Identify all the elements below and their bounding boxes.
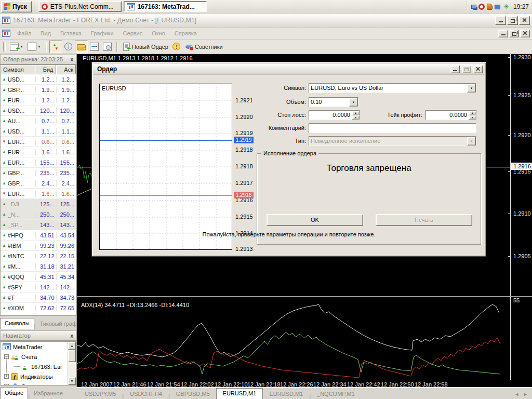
menu-справка[interactable]: Справка [170, 29, 202, 37]
market-watch-row[interactable]: ▲#IBM99.2399.26 [1, 241, 76, 251]
expand-icon[interactable]: + [4, 384, 9, 385]
column-ask[interactable]: Аск [56, 65, 76, 74]
spin-up-icon[interactable]: ▲ [352, 111, 360, 115]
chart-tab-eurusd-m1[interactable]: EURUSD,M1 [216, 388, 263, 399]
spider-tray-icon[interactable]: ✳ [502, 3, 510, 10]
market-watch-row[interactable]: ▲EUR...155...155... [1, 157, 76, 168]
menu-сервис[interactable]: Сервис [118, 29, 148, 37]
market-watch-row[interactable]: ▼EUR...1.6...1.6... [1, 189, 76, 199]
market-watch-row[interactable]: ▲GBP...235...235... [1, 168, 76, 178]
chart-tab--nqcomp-m1[interactable]: _NQCOMP,M1 [311, 389, 361, 399]
alert-button[interactable]: ! [170, 41, 183, 53]
connection-tray-icon[interactable] [495, 5, 500, 9]
new-chart-button[interactable]: ▼ [8, 41, 25, 53]
market-watch-row[interactable]: ▲USD...1.2...1.2... [1, 74, 76, 85]
dialog-maximize-button[interactable] [462, 65, 471, 73]
child-close-button[interactable]: ✕ [520, 30, 530, 37]
navigator-toggle-button[interactable] [75, 41, 88, 53]
chart-tab-eurusd-m1[interactable]: EURUSD,M1 [263, 389, 309, 399]
take-profit-input[interactable]: 0.0000 ▲▼ [425, 110, 477, 120]
market-watch-row[interactable]: ▲EUR...1.2...1.2... [1, 95, 76, 105]
spin-down-icon[interactable]: ▼ [469, 115, 476, 120]
child-restore-button[interactable] [509, 30, 519, 37]
navigator-tab-2[interactable]: Избранное [30, 389, 67, 399]
column-symbol[interactable]: Символ [1, 65, 35, 74]
market-watch-row[interactable]: ▲_DJI125...125... [1, 199, 76, 209]
menu-файл[interactable]: Файл [12, 29, 36, 37]
navigator-tab-1[interactable]: Общие [0, 388, 28, 399]
market-watch-row[interactable]: ▲#SPY142...142... [1, 282, 76, 292]
ets-tray-icon[interactable] [478, 4, 485, 10]
market-watch-row[interactable]: ▲EUR...1.6...1.6... [1, 147, 76, 157]
market-watch-tab-2[interactable]: Тиковый граф [35, 319, 76, 329]
menu-вид[interactable]: Вид [36, 29, 56, 37]
stop-loss-input[interactable]: 0.0000 ▲▼ [309, 110, 360, 120]
market-watch-row[interactable]: ▲#HPQ43.5143.54 [1, 230, 76, 241]
market-watch-toggle-button[interactable] [49, 41, 62, 53]
market-watch-row[interactable]: ▲#QQQ45.3145.34 [1, 272, 76, 282]
market-watch-row[interactable]: ▲USD...120...120... [1, 105, 76, 116]
tree-item-167163-евг[interactable]: 167163: Евг [1, 362, 68, 371]
market-watch-row[interactable]: ▲#T34.7034.73 [1, 292, 76, 303]
market-watch-row[interactable]: ▲#XOM72.6272.65 [1, 303, 76, 313]
minimize-button[interactable] [495, 16, 506, 25]
tree-item-metatrader[interactable]: MetaTrader [1, 342, 68, 352]
spin-down-icon[interactable]: ▼ [352, 115, 360, 120]
comment-input[interactable] [309, 123, 476, 133]
update-tray-icon[interactable] [487, 4, 493, 10]
taskbar-task-button[interactable]: 167163: MetaTrad... [124, 1, 207, 12]
stop-loss-spinner[interactable]: ▲▼ [352, 111, 360, 119]
market-watch-row[interactable]: ▼EUR...0.6...0.6... [1, 137, 76, 147]
tab-scroll-left-button[interactable]: ◄ [514, 392, 519, 397]
network-computers-icon[interactable] [471, 5, 476, 9]
market-watch-row[interactable]: ▲AU...0.7...0.7... [1, 116, 76, 126]
chart-tab-gbpusd-m5[interactable]: GBPUSD,M5 [170, 389, 216, 399]
chart-tab-usdjpy-m5[interactable]: USDJPY,M5 [78, 389, 122, 399]
market-watch-tab-1[interactable]: Символы [0, 318, 34, 329]
market-watch-row[interactable]: ▲USD...1.1...1.1... [1, 126, 76, 137]
restore-button[interactable] [507, 16, 518, 25]
navigator-close-icon[interactable]: x [70, 333, 73, 339]
dialog-minimize-button[interactable] [450, 65, 460, 73]
volume-select[interactable]: 0.10 ▼ [309, 97, 358, 107]
start-button[interactable]: Пуск [1, 1, 32, 12]
scroll-down-button[interactable]: ▼ [68, 377, 76, 385]
taskbar-task-button[interactable]: ETS-Plus.Net-Comm... [38, 1, 122, 12]
indicator-separator[interactable] [77, 296, 532, 297]
spin-up-icon[interactable]: ▲ [469, 111, 476, 115]
tree-item-счета[interactable]: −Счета [1, 352, 68, 362]
advisors-button[interactable]: Советники [183, 41, 225, 53]
dropdown-button[interactable]: ▼ [467, 84, 476, 92]
take-profit-spinner[interactable]: ▲▼ [469, 111, 476, 119]
dialog-close-button[interactable]: ✕ [473, 65, 483, 73]
new-order-button[interactable]: Новый Ордер [120, 41, 170, 53]
tester-button[interactable] [101, 41, 114, 53]
market-watch-row[interactable]: ▲#M...31.1831.21 [1, 261, 76, 272]
symbol-select[interactable]: EURUSD, Euro vs US Dollar ▼ [309, 83, 476, 93]
indicator-separator[interactable] [77, 299, 532, 299]
market-watch-row[interactable]: ▲GBP...1.9...1.9... [1, 85, 76, 95]
scrollbar-thumb[interactable] [68, 350, 76, 362]
market-watch-row[interactable]: ▲#INTC22.1222.15 [1, 251, 76, 261]
price-scale-axis[interactable] [510, 54, 511, 380]
crosshair-button[interactable] [62, 41, 75, 53]
tree-item-советники[interactable]: +Советники [1, 381, 68, 385]
scroll-up-button[interactable]: ▲ [68, 342, 76, 350]
menu-вставка[interactable]: Вставка [56, 29, 86, 37]
ok-button[interactable]: OK [267, 214, 363, 226]
child-minimize-button[interactable] [498, 30, 508, 37]
profiles-button[interactable]: ▼ [25, 41, 43, 53]
market-watch-row[interactable]: ▲_N...250...250... [1, 209, 76, 220]
dropdown-button[interactable]: ▼ [349, 98, 358, 107]
menu-графики[interactable]: Графики [86, 29, 118, 37]
tab-scroll-right-button[interactable]: ► [523, 392, 528, 397]
market-watch-row[interactable]: ▲_SP...143...143... [1, 220, 76, 230]
column-bid[interactable]: Бид [35, 65, 56, 74]
chart-tab-usdchf-h4[interactable]: USDCHF,H4 [124, 389, 168, 399]
market-watch-row[interactable]: ▲GBP...2.4...2.4... [1, 178, 76, 189]
close-button[interactable]: ✕ [519, 16, 530, 25]
market-watch-close-icon[interactable]: x [70, 57, 73, 62]
tree-item-индикаторы[interactable]: +fИндикаторы [1, 371, 68, 381]
menu-окно[interactable]: Окно [147, 29, 170, 37]
scrollbar-track[interactable] [68, 362, 76, 377]
